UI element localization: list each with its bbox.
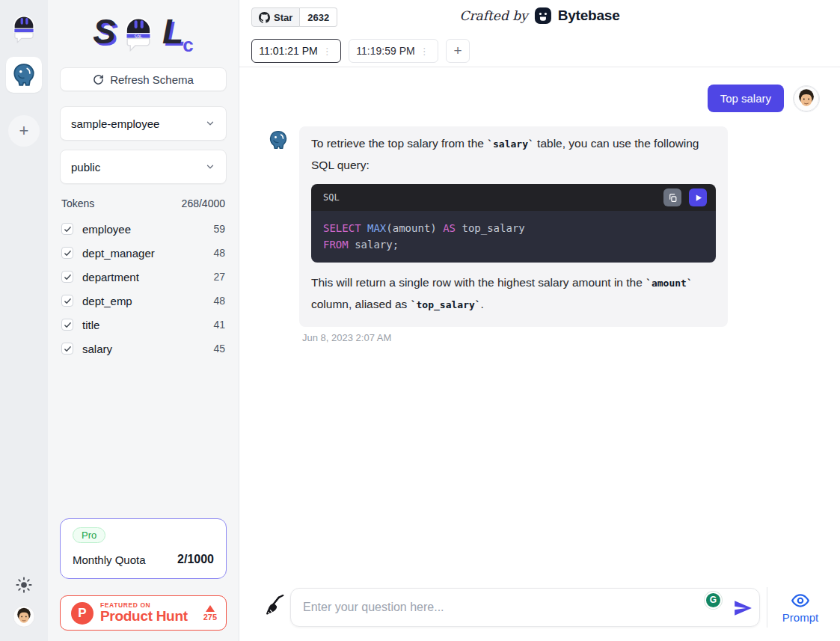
inline-code: `amount`: [646, 277, 693, 289]
message-timestamp: Jun 8, 2023 2:07 AM: [302, 332, 840, 343]
table-token-count: 59: [213, 223, 225, 235]
send-button[interactable]: [733, 598, 752, 618]
table-list: employee 59 dept_manager 48 department 2…: [60, 217, 227, 361]
product-hunt-badge[interactable]: P FEATURED ON Product Hunt 275: [60, 595, 227, 631]
code-block-body: SELECT MAX(amount) AS top_salary FROM sa…: [311, 211, 716, 263]
table-name: department: [82, 271, 204, 283]
grammarly-letter: G: [710, 595, 717, 605]
code-block-header: SQL: [311, 184, 716, 211]
table-row: salary 45: [60, 337, 227, 361]
chat-area: Top salary To retrieve the top salary fr…: [239, 67, 840, 585]
assistant-paragraph-1: To retrieve the top salary from the `sal…: [311, 133, 716, 176]
tab-label: 11:01:21 PM: [259, 45, 317, 57]
refresh-schema-label: Refresh Schema: [110, 73, 194, 86]
table-row: dept_manager 48: [60, 241, 227, 265]
table-token-count: 48: [213, 247, 225, 259]
postgresql-avatar: [268, 129, 289, 150]
table-token-count: 27: [213, 271, 225, 283]
logo-letter-c: c: [183, 34, 193, 57]
schema-select-value: public: [71, 161, 100, 174]
new-conversation-button[interactable]: +: [446, 39, 470, 63]
github-star-button[interactable]: Star 2632: [251, 7, 337, 27]
table-row: employee 59: [60, 217, 227, 241]
code-line: FROM salary;: [323, 237, 704, 254]
pro-badge: Pro: [73, 527, 105, 543]
copy-code-button[interactable]: [663, 188, 681, 206]
bytebase-logo-icon: [534, 7, 552, 25]
table-checkbox[interactable]: [61, 295, 73, 307]
conversation-tab[interactable]: 11:19:59 PM ⋮: [349, 39, 438, 63]
question-input[interactable]: [291, 589, 759, 626]
sqlchat-bot-icon: [7, 10, 40, 43]
prompt-button[interactable]: Prompt: [777, 591, 824, 624]
main-panel: Star 2632 Crafted by Bytebase 11:01:21 P…: [239, 0, 840, 641]
prompt-label: Prompt: [782, 611, 818, 624]
add-connection-button[interactable]: +: [8, 115, 40, 147]
copy-icon: [668, 193, 678, 203]
table-checkbox[interactable]: [61, 319, 73, 331]
quota-card[interactable]: Pro Monthly Quota 2/1000: [60, 518, 227, 579]
table-row: department 27: [60, 265, 227, 289]
assistant-message-bubble: To retrieve the top salary from the `sal…: [299, 126, 728, 327]
star-label: Star: [274, 12, 292, 23]
tab-menu-kebab-icon[interactable]: ⋮: [418, 45, 431, 58]
clear-conversation-broom-icon[interactable]: [263, 595, 286, 620]
sidebar-item-sqlchat-bot[interactable]: [7, 10, 40, 46]
tokens-label: Tokens: [61, 197, 94, 209]
sql-code-block: SQL SELECT MAX(amount) AS top_salar: [311, 184, 716, 263]
table-token-count: 48: [213, 295, 225, 307]
conversation-tabs: 11:01:21 PM ⋮ 11:19:59 PM ⋮ +: [239, 33, 840, 67]
check-icon: [64, 225, 72, 233]
logo-letter-s: S: [93, 11, 114, 52]
inline-code: `salary`: [487, 138, 534, 150]
play-icon: [694, 194, 702, 202]
account-avatar[interactable]: [13, 605, 35, 628]
crafted-by-link[interactable]: Crafted by Bytebase: [459, 7, 619, 25]
tab-label: 11:19:59 PM: [356, 45, 414, 57]
table-name: title: [82, 319, 204, 331]
check-icon: [64, 249, 72, 257]
crafted-by-text: Crafted by: [459, 8, 527, 23]
table-checkbox[interactable]: [61, 247, 73, 259]
postgresql-icon: [11, 62, 37, 88]
schema-select[interactable]: public: [60, 150, 227, 184]
conversation-tab-active[interactable]: 11:01:21 PM ⋮: [251, 39, 341, 63]
table-token-count: 41: [213, 319, 225, 331]
table-name: salary: [82, 343, 204, 355]
table-token-count: 45: [213, 343, 225, 355]
left-rail: +: [0, 0, 48, 641]
tab-menu-kebab-icon[interactable]: ⋮: [321, 45, 334, 58]
check-icon: [64, 297, 72, 305]
refresh-schema-button[interactable]: Refresh Schema: [60, 67, 227, 91]
star-count: 2632: [300, 7, 337, 27]
bytebase-brand-text: Bytebase: [558, 7, 620, 24]
quota-label: Monthly Quota: [73, 553, 146, 566]
sidebar-item-postgres-connection[interactable]: [6, 57, 42, 93]
tokens-value: 268/4000: [182, 197, 225, 209]
code-line: SELECT MAX(amount) AS top_salary: [323, 221, 704, 237]
main-header: Star 2632 Crafted by Bytebase: [239, 0, 840, 33]
grammarly-badge[interactable]: G: [705, 592, 722, 609]
table-row: title 41: [60, 313, 227, 337]
table-checkbox[interactable]: [61, 223, 73, 235]
check-icon: [64, 273, 72, 281]
chevron-down-icon: [205, 118, 215, 129]
user-message-row: Top salary: [239, 85, 820, 112]
connection-select[interactable]: sample-employee: [60, 106, 227, 141]
connection-select-value: sample-employee: [71, 117, 159, 130]
assistant-message-row: To retrieve the top salary from the `sal…: [268, 126, 840, 327]
check-icon: [64, 321, 72, 329]
table-checkbox[interactable]: [61, 271, 73, 283]
question-input-container: G: [290, 588, 760, 627]
sqlchat-logo: S SQL L c: [60, 6, 227, 57]
eye-icon: [791, 591, 810, 610]
github-icon: [259, 12, 270, 23]
upvote-icon: [206, 605, 215, 612]
refresh-icon: [93, 74, 104, 85]
product-hunt-name: Product Hunt: [100, 609, 197, 624]
user-message-bubble: Top salary: [708, 85, 784, 112]
theme-toggle-sun-icon[interactable]: [16, 577, 32, 593]
table-checkbox[interactable]: [61, 343, 73, 355]
run-query-button[interactable]: [689, 188, 707, 206]
tokens-summary: Tokens 268/4000: [61, 197, 225, 209]
